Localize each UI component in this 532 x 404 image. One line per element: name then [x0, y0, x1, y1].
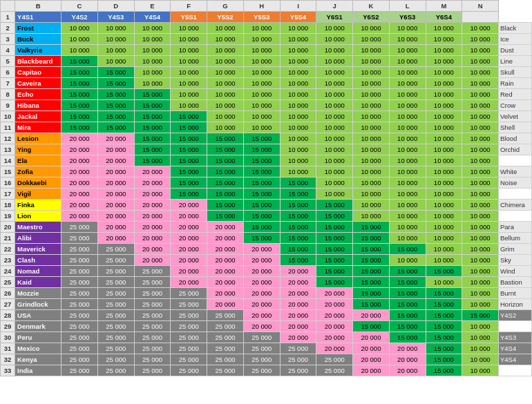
- price-cell[interactable]: 10 000: [462, 365, 499, 376]
- operator-name[interactable]: Finka: [15, 200, 61, 211]
- price-cell[interactable]: 10 000: [243, 89, 280, 100]
- price-cell[interactable]: 10 000: [462, 56, 499, 67]
- price-cell[interactable]: 15 000: [389, 321, 426, 332]
- price-cell[interactable]: 15 000: [280, 244, 316, 255]
- price-cell[interactable]: 25 000: [134, 321, 171, 332]
- price-cell[interactable]: 20 000: [171, 211, 207, 222]
- price-cell[interactable]: 10 000: [426, 122, 462, 133]
- price-cell[interactable]: 10 000: [97, 34, 134, 45]
- price-cell[interactable]: 10 000: [426, 34, 462, 45]
- price-cell[interactable]: 15 000: [280, 233, 316, 244]
- price-cell[interactable]: 20 000: [280, 266, 316, 277]
- price-cell[interactable]: 15 000: [353, 255, 390, 266]
- price-cell[interactable]: 15 000: [426, 354, 462, 365]
- price-cell[interactable]: 10 000: [243, 34, 280, 45]
- price-cell[interactable]: 20 000: [389, 354, 426, 365]
- price-cell[interactable]: 15 000: [316, 222, 353, 233]
- price-cell[interactable]: 10 000: [243, 67, 280, 78]
- price-cell[interactable]: 15 000: [207, 211, 244, 222]
- operator-name[interactable]: Nomad: [15, 266, 61, 277]
- price-cell[interactable]: 20 000: [280, 332, 316, 343]
- price-cell[interactable]: 20 000: [61, 200, 98, 211]
- price-cell[interactable]: 15 000: [207, 200, 244, 211]
- price-cell[interactable]: 15 000: [243, 189, 280, 200]
- price-cell[interactable]: 25 000: [171, 354, 207, 365]
- price-cell[interactable]: 25 000: [134, 332, 171, 343]
- price-cell[interactable]: 15 000: [171, 144, 207, 155]
- price-cell[interactable]: 10 000: [389, 100, 426, 111]
- price-cell[interactable]: 15 000: [389, 266, 426, 277]
- price-cell[interactable]: 10 000: [389, 34, 426, 45]
- price-cell[interactable]: 10 000: [426, 277, 462, 288]
- price-cell[interactable]: 10 000: [462, 343, 499, 354]
- price-cell[interactable]: 20 000: [389, 343, 426, 354]
- price-cell[interactable]: 25 000: [134, 354, 171, 365]
- price-cell[interactable]: 25 000: [97, 288, 134, 299]
- price-cell[interactable]: 10 000: [316, 166, 353, 177]
- operator-name[interactable]: Capitao: [15, 67, 61, 78]
- price-cell[interactable]: 20 000: [97, 200, 134, 211]
- price-cell[interactable]: 15 000: [316, 211, 353, 222]
- price-cell[interactable]: 10 000: [280, 78, 316, 89]
- price-cell[interactable]: 15 000: [426, 288, 462, 299]
- price-cell[interactable]: 25 000: [97, 354, 134, 365]
- price-cell[interactable]: 10 000: [280, 144, 316, 155]
- operator-name[interactable]: India: [15, 365, 61, 376]
- price-cell[interactable]: 15 000: [243, 133, 280, 144]
- price-cell[interactable]: 10 000: [353, 45, 390, 56]
- price-cell[interactable]: 10 000: [426, 177, 462, 189]
- price-cell[interactable]: 15 000: [353, 244, 390, 255]
- price-cell[interactable]: 20 000: [134, 189, 171, 200]
- price-cell[interactable]: 15 000: [316, 255, 353, 266]
- price-cell[interactable]: 10 000: [171, 89, 207, 100]
- price-cell[interactable]: 25 000: [134, 277, 171, 288]
- price-cell[interactable]: 10 000: [389, 200, 426, 211]
- price-cell[interactable]: 25 000: [61, 288, 98, 299]
- price-cell[interactable]: 10 000: [316, 23, 353, 34]
- price-cell[interactable]: 10 000: [353, 200, 390, 211]
- price-cell[interactable]: 10 000: [426, 200, 462, 211]
- operator-name[interactable]: Jackal: [15, 111, 61, 122]
- price-cell[interactable]: 10 000: [462, 78, 499, 89]
- price-cell[interactable]: 10 000: [389, 155, 426, 166]
- price-cell[interactable]: 10 000: [462, 354, 499, 365]
- price-cell[interactable]: 25 000: [61, 277, 98, 288]
- price-cell[interactable]: 25 000: [316, 354, 353, 365]
- price-cell[interactable]: 20 000: [243, 244, 280, 255]
- price-cell[interactable]: 15 000: [61, 122, 98, 133]
- price-cell[interactable]: 15 000: [426, 299, 462, 310]
- price-cell[interactable]: 15 000: [207, 133, 244, 144]
- price-cell[interactable]: 10 000: [426, 111, 462, 122]
- price-cell[interactable]: 20 000: [134, 211, 171, 222]
- price-cell[interactable]: 15 000: [207, 189, 244, 200]
- price-cell[interactable]: 10 000: [280, 45, 316, 56]
- price-cell[interactable]: 10 000: [171, 45, 207, 56]
- price-cell[interactable]: 15 000: [134, 155, 171, 166]
- price-cell[interactable]: 15 000: [171, 166, 207, 177]
- price-cell[interactable]: 15 000: [171, 177, 207, 189]
- operator-name[interactable]: Ying: [15, 144, 61, 155]
- price-cell[interactable]: 10 000: [462, 321, 499, 332]
- price-cell[interactable]: 15 000: [316, 244, 353, 255]
- price-cell[interactable]: 15 000: [426, 266, 462, 277]
- price-cell[interactable]: 10 000: [426, 133, 462, 144]
- price-cell[interactable]: 15 000: [171, 133, 207, 144]
- price-cell[interactable]: 25 000: [207, 321, 244, 332]
- price-cell[interactable]: 25 000: [61, 222, 98, 233]
- price-cell[interactable]: 10 000: [207, 23, 244, 34]
- price-cell[interactable]: 10 000: [426, 78, 462, 89]
- price-cell[interactable]: 20 000: [316, 310, 353, 321]
- price-cell[interactable]: 20 000: [97, 189, 134, 200]
- price-cell[interactable]: 15 000: [389, 277, 426, 288]
- price-cell[interactable]: 10 000: [462, 266, 499, 277]
- price-cell[interactable]: 15 000: [426, 343, 462, 354]
- price-cell[interactable]: 10 000: [426, 144, 462, 155]
- price-cell[interactable]: 10 000: [426, 244, 462, 255]
- price-cell[interactable]: 25 000: [134, 299, 171, 310]
- price-cell[interactable]: 25 000: [97, 266, 134, 277]
- price-cell[interactable]: 15 000: [61, 89, 98, 100]
- operator-name[interactable]: Mira: [15, 122, 61, 133]
- price-cell[interactable]: 10 000: [389, 211, 426, 222]
- price-cell[interactable]: 25 000: [97, 332, 134, 343]
- price-cell[interactable]: 20 000: [280, 288, 316, 299]
